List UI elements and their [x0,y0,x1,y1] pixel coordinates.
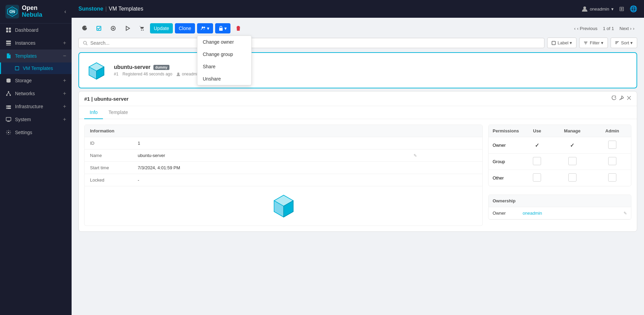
permissions-table-container: Permissions Use Manage Admin Owner ✓ [488,125,631,186]
ownership-button[interactable]: ▾ [197,23,213,33]
check-button[interactable] [93,24,105,33]
filter-icon [584,41,588,45]
content-area: Update Clone ▾ Change owner Change group… [72,18,644,315]
filter-text: Filter ▾ [590,40,603,45]
next-button[interactable]: Next › › [617,25,637,32]
settings-label: Settings [15,130,66,135]
detail-pin-button[interactable] [619,96,624,102]
sidebar-item-dashboard[interactable]: Dashboard [0,24,72,37]
infrastructure-plus[interactable]: + [63,103,66,110]
main-content: Sunstone | VM Templates oneadmin ▾ ⊞ 🌐 [72,0,644,315]
refresh-icon [82,26,87,31]
template-card[interactable]: ubuntu-server dummy #1 Registered 46 sec… [78,52,637,88]
user-menu[interactable]: oneadmin ▾ [582,6,614,12]
sidebar-item-settings[interactable]: Settings [0,126,72,139]
dashboard-label: Dashboard [15,27,66,33]
svg-line-17 [9,92,10,95]
starttime-label: Start time [85,162,132,174]
filter-button[interactable]: Filter ▾ [579,38,608,48]
svg-rect-26 [97,26,101,30]
refresh-button[interactable] [78,24,91,33]
check-icon [96,26,102,31]
label-filter-button[interactable]: Label ▾ [547,38,576,48]
topbar-right: oneadmin ▾ ⊞ 🌐 [582,5,637,13]
other-use [523,170,551,186]
template-owner: oneadmin [176,72,200,76]
instances-plus[interactable]: + [63,40,66,46]
name-label: Name [85,149,132,162]
detail-close-button[interactable] [627,96,631,102]
name-value: ubuntu-server [132,149,408,162]
storage-plus[interactable]: + [63,77,66,84]
storage-label: Storage [15,78,60,83]
other-admin [594,170,631,186]
svg-point-21 [7,108,8,109]
sidebar-item-system[interactable]: System + [0,113,72,126]
sidebar-nav: Dashboard Instances + Templates − VM Tem… [0,24,72,139]
dropdown-share[interactable]: Share [197,60,251,73]
sidebar-item-storage[interactable]: Storage + [0,74,72,87]
globe-icon[interactable]: 🌐 [630,5,637,13]
group-manage [551,154,594,170]
svg-point-15 [10,95,11,96]
templates-minus[interactable]: − [63,53,66,59]
template-registered: Registered 46 seconds ago [122,72,172,76]
tab-template[interactable]: Template [103,106,133,119]
cart-icon [139,26,145,31]
vm-templates-label: VM Templates [23,66,53,71]
cube-icon [86,60,107,81]
delete-button[interactable] [233,24,244,33]
networks-plus[interactable]: + [63,90,66,97]
clone-button[interactable]: Clone [175,23,195,33]
logo-icon: ON [5,5,19,18]
cart-button[interactable] [136,24,148,33]
svg-point-25 [583,6,586,9]
next-chevron-icon: › [633,26,634,31]
search-input[interactable] [90,40,540,46]
sidebar-item-infrastructure[interactable]: Infrastructure + [0,100,72,113]
svg-rect-5 [9,28,11,30]
system-plus[interactable]: + [63,116,66,123]
detail-refresh-button[interactable] [612,96,616,102]
svg-rect-9 [6,43,11,44]
name-edit-icon[interactable]: ✎ [414,153,417,158]
other-manage [551,170,594,186]
logo-text: Open Nebula [22,5,42,18]
table-row: Locked - [85,174,482,186]
templates-label: Templates [15,53,60,59]
permissions-row-owner: Owner ✓ ✓ [489,137,631,154]
dropdown-change-owner[interactable]: Change owner [197,36,251,48]
svg-line-37 [86,44,88,45]
dropdown-change-group[interactable]: Change group [197,48,251,60]
templates-icon [5,53,12,59]
svg-point-31 [141,30,142,31]
svg-point-36 [84,41,87,44]
svg-rect-22 [6,117,11,121]
ownership-label: ▾ [207,26,209,31]
pagination-info: 1 of 1 [603,26,614,31]
previous-button[interactable]: ‹ ‹ Previous [571,25,600,32]
permissions-row-group: Group [489,154,631,170]
sidebar-item-networks[interactable]: Networks + [0,87,72,100]
sidebar-item-vm-templates[interactable]: VM Templates [0,62,72,74]
dropdown-unshare[interactable]: Unshare [197,73,251,85]
grid-view-icon[interactable]: ⊞ [619,5,624,13]
play-button[interactable] [121,24,134,33]
lock-button[interactable]: ▾ [215,23,230,33]
label-filter-text: Label ▾ [558,40,572,45]
group-admin [594,154,631,170]
sort-button[interactable]: Sort ▾ [611,38,637,48]
vm-icon-preview [85,186,482,226]
sidebar-item-instances[interactable]: Instances + [0,37,72,49]
update-button[interactable]: Update [150,23,173,33]
information-header: Information [85,125,482,137]
ownership-owner-label: Owner [493,211,520,216]
template-meta: #1 Registered 46 seconds ago oneadmin on… [114,72,631,76]
tab-info[interactable]: Info [84,106,103,119]
ownership-edit-icon[interactable]: ✎ [624,211,627,216]
svg-point-20 [7,106,8,106]
add-button[interactable] [107,24,119,33]
lock-icon [219,26,223,31]
collapse-sidebar-button[interactable]: ‹ [64,9,66,15]
sidebar-item-templates[interactable]: Templates − [0,49,72,62]
